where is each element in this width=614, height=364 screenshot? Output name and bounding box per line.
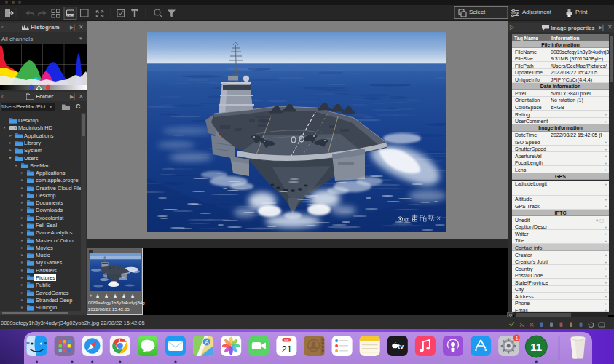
svg-text:11: 11 [530, 341, 542, 353]
svg-text:1: 1 [516, 336, 519, 341]
svg-text:21: 21 [281, 344, 291, 355]
svg-text:A: A [205, 339, 209, 345]
svg-text:tv: tv [398, 343, 404, 350]
svg-text:9月: 9月 [284, 339, 289, 342]
svg-text:@: @ [404, 216, 410, 223]
